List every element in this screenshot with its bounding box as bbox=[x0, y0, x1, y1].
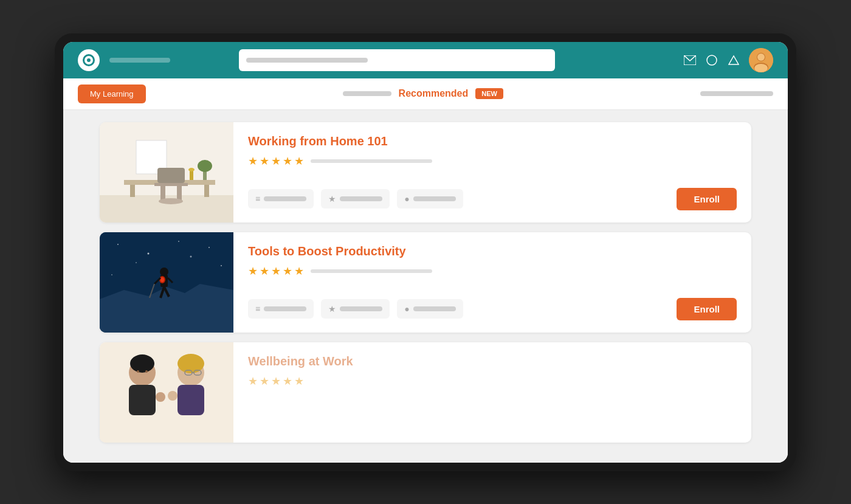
svg-point-26 bbox=[148, 252, 150, 254]
meta-text-2 bbox=[340, 306, 382, 311]
svg-point-27 bbox=[178, 241, 179, 242]
svg-point-55 bbox=[156, 392, 165, 402]
svg-point-6 bbox=[757, 54, 765, 61]
svg-rect-43 bbox=[100, 342, 233, 443]
meta-person-productivity: ● bbox=[397, 299, 463, 319]
svg-rect-50 bbox=[177, 385, 204, 415]
meta-rating-productivity: ★ bbox=[321, 299, 390, 319]
svg-rect-12 bbox=[130, 185, 135, 197]
course-info-wellbeing: Wellbeing at Work ★ ★ ★ ★ ★ bbox=[233, 342, 751, 443]
star-2: ★ bbox=[260, 154, 269, 168]
sub-nav-line bbox=[343, 91, 391, 96]
star-3: ★ bbox=[271, 264, 281, 278]
course-meta-productivity: ≡ ★ ● Enroll bbox=[248, 298, 737, 320]
course-meta-wfh: ≡ ★ ● Enroll bbox=[248, 188, 737, 210]
svg-point-32 bbox=[111, 274, 112, 275]
star-5: ★ bbox=[294, 154, 304, 168]
svg-point-20 bbox=[159, 198, 183, 204]
svg-point-37 bbox=[160, 277, 164, 282]
course-thumbnail-productivity bbox=[100, 232, 233, 333]
svg-point-28 bbox=[208, 247, 210, 248]
svg-point-29 bbox=[136, 262, 137, 263]
rating-bar-productivity bbox=[311, 269, 432, 273]
star-4: ★ bbox=[283, 375, 292, 388]
meta-text-3 bbox=[413, 306, 456, 311]
svg-point-1 bbox=[707, 55, 717, 65]
star-4: ★ bbox=[283, 264, 292, 278]
course-card-wellbeing: Wellbeing at Work ★ ★ ★ ★ ★ bbox=[100, 342, 751, 443]
search-placeholder bbox=[246, 58, 368, 63]
circle-icon[interactable] bbox=[705, 54, 718, 67]
meta-text-1 bbox=[264, 306, 306, 311]
enroll-button-wfh[interactable]: Enroll bbox=[677, 188, 737, 210]
course-thumbnail-wellbeing bbox=[100, 342, 233, 443]
course-card-wfh: Working from Home 101 ★ ★ ★ ★ ★ ≡ bbox=[100, 122, 751, 223]
star-icon: ★ bbox=[328, 304, 336, 314]
svg-point-25 bbox=[117, 244, 119, 245]
svg-rect-21 bbox=[157, 168, 185, 183]
svg-marker-2 bbox=[729, 56, 739, 64]
stars-wellbeing: ★ ★ ★ ★ ★ bbox=[248, 375, 737, 388]
star-2: ★ bbox=[260, 375, 269, 388]
enroll-button-productivity[interactable]: Enroll bbox=[677, 298, 737, 320]
svg-point-23 bbox=[188, 168, 195, 171]
list-icon: ≡ bbox=[255, 194, 260, 204]
stars-productivity: ★ ★ ★ ★ ★ bbox=[248, 264, 737, 278]
recommended-label: Recommended bbox=[399, 88, 469, 99]
svg-point-7 bbox=[754, 64, 768, 72]
sub-nav-right bbox=[700, 91, 773, 96]
svg-rect-13 bbox=[204, 185, 209, 197]
brand-text bbox=[109, 58, 170, 63]
svg-point-16 bbox=[198, 160, 212, 172]
svg-point-30 bbox=[190, 255, 192, 257]
stars-wfh: ★ ★ ★ ★ ★ bbox=[248, 154, 737, 168]
course-thumbnail-wfh bbox=[100, 122, 233, 223]
search-bar[interactable] bbox=[239, 49, 555, 71]
rating-bar-wfh bbox=[311, 159, 432, 163]
top-nav bbox=[63, 42, 788, 78]
svg-point-46 bbox=[130, 354, 154, 373]
meta-text-3 bbox=[413, 196, 456, 201]
course-info-productivity: Tools to Boost Productivity ★ ★ ★ ★ ★ ≡ bbox=[233, 232, 751, 333]
svg-point-56 bbox=[168, 391, 177, 401]
avatar[interactable] bbox=[749, 48, 773, 72]
screen: My Learning Recommended NEW bbox=[63, 42, 788, 463]
star-icon: ★ bbox=[328, 194, 336, 204]
main-content: Working from Home 101 ★ ★ ★ ★ ★ ≡ bbox=[63, 110, 788, 463]
new-badge: NEW bbox=[475, 88, 503, 99]
meta-list-wfh: ≡ bbox=[248, 189, 314, 209]
star-5: ★ bbox=[294, 375, 304, 388]
meta-rating-wfh: ★ bbox=[321, 189, 390, 209]
star-1: ★ bbox=[248, 154, 258, 168]
meta-text-1 bbox=[264, 196, 306, 201]
star-3: ★ bbox=[271, 375, 281, 388]
star-5: ★ bbox=[294, 264, 304, 278]
meta-person-wfh: ● bbox=[397, 189, 463, 209]
course-card-productivity: Tools to Boost Productivity ★ ★ ★ ★ ★ ≡ bbox=[100, 232, 751, 333]
star-1: ★ bbox=[248, 264, 258, 278]
mail-icon[interactable] bbox=[683, 54, 697, 67]
course-title-wfh: Working from Home 101 bbox=[248, 134, 737, 148]
star-4: ★ bbox=[283, 154, 292, 168]
svg-point-48 bbox=[145, 370, 148, 373]
nav-icons bbox=[683, 48, 773, 72]
sub-nav-center: Recommended NEW bbox=[158, 88, 688, 99]
svg-point-47 bbox=[137, 370, 139, 373]
course-title-wellbeing: Wellbeing at Work bbox=[248, 354, 737, 368]
svg-point-35 bbox=[160, 268, 168, 276]
meta-text-2 bbox=[340, 196, 382, 201]
my-learning-button[interactable]: My Learning bbox=[78, 85, 146, 103]
list-icon: ≡ bbox=[255, 304, 260, 314]
course-title-productivity: Tools to Boost Productivity bbox=[248, 244, 737, 258]
course-info-wfh: Working from Home 101 ★ ★ ★ ★ ★ ≡ bbox=[233, 122, 751, 223]
triangle-icon[interactable] bbox=[727, 54, 740, 67]
person-icon: ● bbox=[404, 304, 409, 314]
person-icon: ● bbox=[404, 194, 409, 204]
logo[interactable] bbox=[78, 49, 100, 71]
meta-list-productivity: ≡ bbox=[248, 299, 314, 319]
star-2: ★ bbox=[260, 264, 269, 278]
filter-placeholder bbox=[700, 91, 773, 96]
device-frame: My Learning Recommended NEW bbox=[55, 33, 796, 471]
svg-rect-45 bbox=[129, 385, 156, 415]
logo-icon bbox=[83, 54, 95, 66]
